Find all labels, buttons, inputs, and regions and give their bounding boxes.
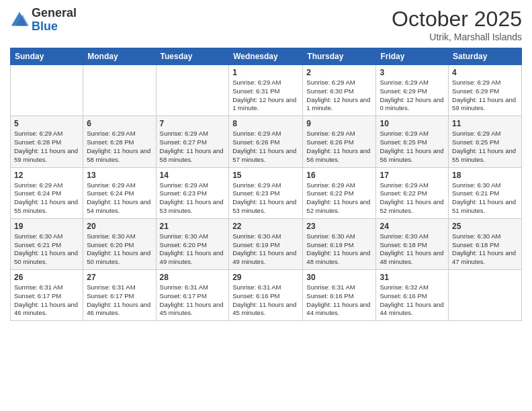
day-number: 17 [380,171,445,180]
day-info: Sunrise: 6:29 AM Sunset: 6:28 PM Dayligh… [87,130,152,164]
logo: General Blue [10,7,77,34]
calendar-cell: 27Sunrise: 6:31 AM Sunset: 6:17 PM Dayli… [83,270,156,321]
day-number: 18 [452,171,518,180]
day-info: Sunrise: 6:30 AM Sunset: 6:19 PM Dayligh… [306,232,372,267]
calendar-cell [83,65,156,116]
day-info: Sunrise: 6:29 AM Sunset: 6:26 PM Dayligh… [306,130,372,164]
day-number: 9 [306,119,372,128]
calendar-cell: 6Sunrise: 6:29 AM Sunset: 6:28 PM Daylig… [83,116,156,167]
day-number: 5 [14,119,79,128]
day-info: Sunrise: 6:29 AM Sunset: 6:25 PM Dayligh… [380,130,445,164]
calendar-cell: 15Sunrise: 6:29 AM Sunset: 6:23 PM Dayli… [229,167,303,218]
day-number: 19 [14,222,79,231]
title-section: October 2025 Utrik, Marshall Islands [392,7,522,42]
day-number: 26 [14,273,79,282]
calendar-cell [156,65,229,116]
day-number: 1 [232,68,299,77]
day-number: 28 [160,273,226,282]
day-number: 13 [87,171,152,180]
day-info: Sunrise: 6:30 AM Sunset: 6:20 PM Dayligh… [87,232,152,267]
calendar-cell: 17Sunrise: 6:29 AM Sunset: 6:22 PM Dayli… [376,167,449,218]
calendar-cell: 21Sunrise: 6:30 AM Sunset: 6:20 PM Dayli… [156,218,229,269]
day-info: Sunrise: 6:29 AM Sunset: 6:24 PM Dayligh… [14,181,79,216]
weekday-header: Monday [83,48,156,65]
day-number: 24 [380,222,445,231]
day-number: 30 [306,273,372,282]
day-number: 20 [87,222,152,231]
calendar-cell: 25Sunrise: 6:30 AM Sunset: 6:18 PM Dayli… [449,218,522,269]
day-info: Sunrise: 6:29 AM Sunset: 6:24 PM Dayligh… [87,181,152,216]
day-number: 14 [160,171,226,180]
day-number: 11 [452,119,518,128]
calendar-cell: 2Sunrise: 6:29 AM Sunset: 6:30 PM Daylig… [303,65,376,116]
day-info: Sunrise: 6:29 AM Sunset: 6:23 PM Dayligh… [232,181,299,216]
day-number: 6 [87,119,152,128]
month-title: October 2025 [392,7,522,32]
day-number: 31 [380,273,445,282]
calendar-cell [449,270,522,321]
calendar-cell: 23Sunrise: 6:30 AM Sunset: 6:19 PM Dayli… [303,218,376,269]
day-info: Sunrise: 6:29 AM Sunset: 6:27 PM Dayligh… [160,130,226,164]
calendar-cell [11,65,83,116]
day-info: Sunrise: 6:30 AM Sunset: 6:21 PM Dayligh… [452,181,518,216]
day-number: 25 [452,222,518,231]
calendar-cell: 3Sunrise: 6:29 AM Sunset: 6:29 PM Daylig… [376,65,449,116]
day-info: Sunrise: 6:31 AM Sunset: 6:16 PM Dayligh… [306,283,372,318]
calendar-week-row: 12Sunrise: 6:29 AM Sunset: 6:24 PM Dayli… [11,167,522,218]
calendar-cell: 30Sunrise: 6:31 AM Sunset: 6:16 PM Dayli… [303,270,376,321]
day-info: Sunrise: 6:29 AM Sunset: 6:31 PM Dayligh… [232,79,299,113]
calendar-week-row: 26Sunrise: 6:31 AM Sunset: 6:17 PM Dayli… [11,270,522,321]
calendar-cell: 20Sunrise: 6:30 AM Sunset: 6:20 PM Dayli… [83,218,156,269]
calendar-cell: 18Sunrise: 6:30 AM Sunset: 6:21 PM Dayli… [449,167,522,218]
day-info: Sunrise: 6:30 AM Sunset: 6:21 PM Dayligh… [14,232,79,267]
day-info: Sunrise: 6:31 AM Sunset: 6:17 PM Dayligh… [160,283,226,318]
day-info: Sunrise: 6:29 AM Sunset: 6:29 PM Dayligh… [452,79,518,113]
calendar-cell: 8Sunrise: 6:29 AM Sunset: 6:26 PM Daylig… [229,116,303,167]
location-subtitle: Utrik, Marshall Islands [392,32,522,42]
day-info: Sunrise: 6:29 AM Sunset: 6:23 PM Dayligh… [160,181,226,216]
day-info: Sunrise: 6:29 AM Sunset: 6:28 PM Dayligh… [14,130,79,164]
day-number: 15 [232,171,299,180]
calendar-cell: 26Sunrise: 6:31 AM Sunset: 6:17 PM Dayli… [11,270,83,321]
calendar-cell: 13Sunrise: 6:29 AM Sunset: 6:24 PM Dayli… [83,167,156,218]
weekday-header: Thursday [303,48,376,65]
weekday-header: Friday [376,48,449,65]
day-info: Sunrise: 6:29 AM Sunset: 6:30 PM Dayligh… [306,79,372,113]
day-info: Sunrise: 6:30 AM Sunset: 6:18 PM Dayligh… [452,232,518,267]
logo-icon [10,11,29,30]
weekday-header: Saturday [449,48,522,65]
calendar-cell: 19Sunrise: 6:30 AM Sunset: 6:21 PM Dayli… [11,218,83,269]
calendar-week-row: 1Sunrise: 6:29 AM Sunset: 6:31 PM Daylig… [11,65,522,116]
day-number: 4 [452,68,518,77]
day-number: 2 [306,68,372,77]
day-info: Sunrise: 6:30 AM Sunset: 6:19 PM Dayligh… [232,232,299,267]
calendar-cell: 5Sunrise: 6:29 AM Sunset: 6:28 PM Daylig… [11,116,83,167]
day-number: 29 [232,273,299,282]
calendar-cell: 11Sunrise: 6:29 AM Sunset: 6:25 PM Dayli… [449,116,522,167]
calendar-cell: 12Sunrise: 6:29 AM Sunset: 6:24 PM Dayli… [11,167,83,218]
calendar-cell: 9Sunrise: 6:29 AM Sunset: 6:26 PM Daylig… [303,116,376,167]
day-info: Sunrise: 6:29 AM Sunset: 6:25 PM Dayligh… [452,130,518,164]
day-number: 27 [87,273,152,282]
calendar-week-row: 5Sunrise: 6:29 AM Sunset: 6:28 PM Daylig… [11,116,522,167]
day-info: Sunrise: 6:30 AM Sunset: 6:20 PM Dayligh… [160,232,226,267]
calendar-cell: 31Sunrise: 6:32 AM Sunset: 6:16 PM Dayli… [376,270,449,321]
page: General Blue October 2025 Utrik, Marshal… [0,0,532,411]
day-info: Sunrise: 6:32 AM Sunset: 6:16 PM Dayligh… [380,283,445,318]
calendar-cell: 24Sunrise: 6:30 AM Sunset: 6:18 PM Dayli… [376,218,449,269]
calendar-cell: 1Sunrise: 6:29 AM Sunset: 6:31 PM Daylig… [229,65,303,116]
day-number: 23 [306,222,372,231]
calendar-cell: 10Sunrise: 6:29 AM Sunset: 6:25 PM Dayli… [376,116,449,167]
logo-blue-text: Blue [32,19,58,33]
day-number: 16 [306,171,372,180]
day-number: 22 [232,222,299,231]
logo-general-text: General [32,6,77,19]
day-info: Sunrise: 6:31 AM Sunset: 6:16 PM Dayligh… [232,283,299,318]
weekday-header: Tuesday [156,48,229,65]
calendar-cell: 4Sunrise: 6:29 AM Sunset: 6:29 PM Daylig… [449,65,522,116]
logo-text: General Blue [32,7,77,34]
day-number: 7 [160,119,226,128]
weekday-header: Sunday [11,48,83,65]
calendar-header-row: SundayMondayTuesdayWednesdayThursdayFrid… [11,48,522,65]
calendar-week-row: 19Sunrise: 6:30 AM Sunset: 6:21 PM Dayli… [11,218,522,269]
